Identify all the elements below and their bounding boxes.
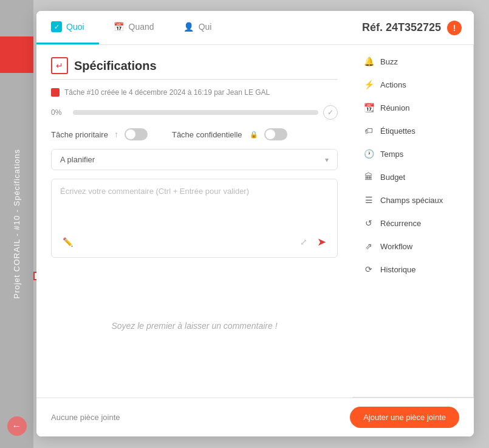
clock-icon: 🕐 bbox=[363, 148, 374, 159]
section-title: Spécifications bbox=[74, 59, 157, 73]
task-flag-icon bbox=[51, 88, 60, 97]
comment-placeholder-text[interactable]: Écrivez votre commentaire (Ctrl + Entrée… bbox=[60, 187, 329, 229]
confidential-label: Tâche confidentielle bbox=[172, 130, 242, 139]
confidential-knob bbox=[265, 129, 275, 139]
main-content: ↵ Spécifications Tâche #10 créée le 4 dé… bbox=[36, 45, 352, 398]
progress-label: 0% bbox=[51, 108, 68, 117]
priority-toggle-group: Tâche prioritaire ↑ bbox=[51, 128, 148, 140]
vertical-sidebar: Projet CORAIL - #10 - Spécifications ← bbox=[0, 0, 33, 448]
priority-label: Tâche prioritaire bbox=[51, 130, 108, 139]
progress-row: 0% ✓ bbox=[51, 105, 338, 120]
priority-knob bbox=[126, 129, 135, 139]
calendar2-icon: 📆 bbox=[363, 102, 374, 113]
task-info-text: Tâche #10 créée le 4 décembre 2024 à 16:… bbox=[64, 88, 270, 97]
bolt-icon: ⚡ bbox=[363, 79, 374, 90]
tab-qui[interactable]: 👤 Qui bbox=[169, 11, 227, 44]
menu-item-historique[interactable]: ⟳ Historique bbox=[352, 258, 473, 281]
menu-item-recurrence[interactable]: ↺ Récurrence bbox=[352, 212, 473, 235]
reference-text: Réf. 24T352725 bbox=[362, 21, 441, 34]
sidebar-accent bbox=[0, 36, 33, 73]
back-button[interactable]: ← bbox=[7, 416, 27, 436]
priority-up-icon: ↑ bbox=[114, 129, 118, 139]
menu-item-temps[interactable]: 🕐 Temps bbox=[352, 142, 473, 165]
menu-item-etiquettes[interactable]: 🏷 Étiquettes bbox=[352, 119, 473, 142]
empty-comment-area: Soyez le premier à laisser un commentair… bbox=[51, 266, 338, 385]
refresh-icon: ↺ bbox=[363, 218, 374, 229]
no-attachment-label: Aucune pièce jointe bbox=[51, 413, 120, 422]
modal-header: ✓ Quoi 📅 Quand 👤 Qui Réf. 24T352725 ! bbox=[36, 11, 474, 45]
share-icon: ⇗ bbox=[363, 241, 374, 252]
priority-toggle[interactable] bbox=[125, 128, 148, 140]
progress-check-icon[interactable]: ✓ bbox=[323, 105, 338, 120]
person-icon: 👤 bbox=[183, 21, 194, 32]
menu-champs-label: Champs spéciaux bbox=[380, 196, 443, 205]
add-attachment-button[interactable]: Ajouter une pièce jointe bbox=[350, 407, 459, 428]
status-dropdown[interactable]: A planifier ▾ bbox=[51, 149, 338, 170]
menu-reunion-label: Réunion bbox=[380, 103, 409, 112]
bell-icon: 🔔 bbox=[363, 56, 374, 67]
calendar-icon: 📅 bbox=[114, 21, 125, 32]
confidential-toggle-group: Tâche confidentielle 🔒 bbox=[172, 128, 287, 140]
list-icon: ☰ bbox=[363, 195, 374, 205]
confidential-toggle[interactable] bbox=[264, 128, 287, 140]
expand-icon[interactable]: ⤢ bbox=[298, 234, 310, 250]
menu-budget-label: Budget bbox=[380, 173, 405, 182]
menu-item-budget[interactable]: 🏛 Budget bbox=[352, 165, 473, 188]
edit-icon[interactable]: ✏️ bbox=[60, 236, 75, 248]
send-icon[interactable]: ➤ bbox=[315, 234, 329, 250]
menu-temps-label: Temps bbox=[380, 150, 403, 159]
menu-historique-label: Historique bbox=[380, 265, 416, 274]
lock-icon: 🔒 bbox=[250, 131, 258, 139]
return-icon[interactable]: ↵ bbox=[51, 57, 68, 74]
tab-quand[interactable]: 📅 Quand bbox=[99, 11, 169, 44]
toggles-row: Tâche prioritaire ↑ Tâche confidentielle… bbox=[51, 128, 338, 140]
modal-body: ↵ Spécifications Tâche #10 créée le 4 dé… bbox=[36, 45, 474, 398]
modal-container: ✓ Quoi 📅 Quand 👤 Qui Réf. 24T352725 ! ↵ … bbox=[36, 11, 474, 436]
reference-badge: Réf. 24T352725 ! bbox=[350, 11, 474, 44]
project-label: Projet CORAIL - #10 - Spécifications bbox=[12, 149, 21, 299]
comment-toolbar: ✏️ ⤢ ➤ bbox=[60, 234, 329, 250]
info-button[interactable]: ! bbox=[447, 21, 462, 35]
menu-buzz-label: Buzz bbox=[380, 57, 398, 66]
menu-item-champs[interactable]: ☰ Champs spéciaux bbox=[352, 188, 473, 212]
menu-etiquettes-label: Étiquettes bbox=[380, 126, 415, 136]
menu-item-reunion[interactable]: 📆 Réunion bbox=[352, 96, 473, 119]
menu-recurrence-label: Récurrence bbox=[380, 219, 421, 228]
section-title-row: ↵ Spécifications bbox=[51, 57, 338, 80]
comment-box: Écrivez votre commentaire (Ctrl + Entrée… bbox=[51, 179, 338, 258]
dropdown-value: A planifier bbox=[60, 155, 95, 164]
progress-bar bbox=[73, 110, 318, 115]
chevron-down-icon: ▾ bbox=[325, 156, 329, 164]
modal-footer: Aucune pièce jointe Ajouter une pièce jo… bbox=[36, 398, 474, 436]
quoi-check-icon: ✓ bbox=[51, 21, 62, 32]
menu-item-actions[interactable]: ⚡ Actions bbox=[352, 73, 473, 96]
tab-quand-label: Quand bbox=[129, 22, 154, 32]
comment-actions: ⤢ ➤ bbox=[298, 234, 329, 250]
tab-quoi[interactable]: ✓ Quoi bbox=[36, 11, 99, 44]
tag-icon: 🏷 bbox=[363, 125, 374, 136]
menu-workflow-label: Workflow bbox=[380, 242, 412, 251]
menu-item-buzz[interactable]: 🔔 Buzz bbox=[352, 50, 473, 73]
menu-actions-label: Actions bbox=[380, 80, 406, 89]
tab-qui-label: Qui bbox=[199, 22, 212, 32]
dropdown-menu-panel: 🔔 Buzz ⚡ Actions 📆 Réunion 🏷 Étiquettes … bbox=[352, 45, 474, 398]
history-icon: ⟳ bbox=[363, 264, 374, 275]
menu-item-workflow[interactable]: ⇗ Workflow bbox=[352, 235, 473, 258]
bank-icon: 🏛 bbox=[363, 171, 374, 182]
empty-comment-text: Soyez le premier à laisser un commentair… bbox=[111, 321, 277, 331]
tab-quoi-label: Quoi bbox=[66, 22, 84, 32]
task-info: Tâche #10 créée le 4 décembre 2024 à 16:… bbox=[51, 88, 338, 97]
